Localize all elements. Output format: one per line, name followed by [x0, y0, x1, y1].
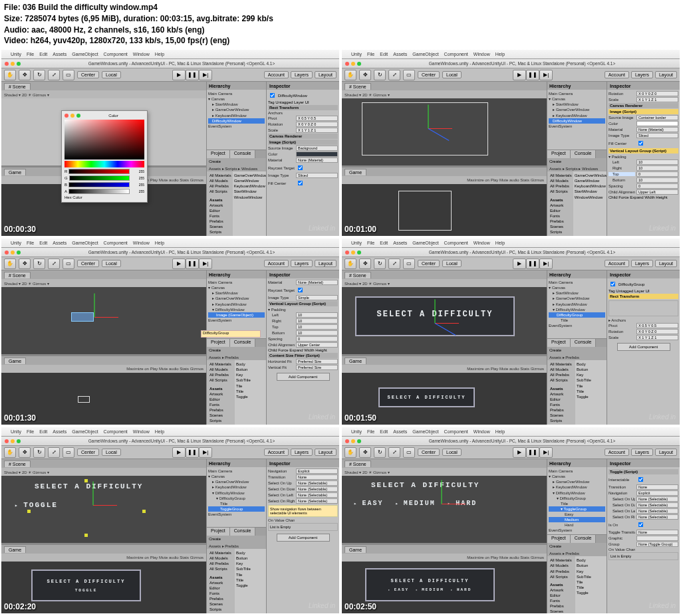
- minimize-icon[interactable]: [11, 62, 15, 66]
- add-component-button[interactable]: Add Component: [277, 373, 330, 381]
- scene-subbar[interactable]: Shaded ▾ 2D ☀ Gizmos ▾: [1, 90, 206, 98]
- console-tab[interactable]: Console: [230, 150, 256, 158]
- thumb-5: UnityFileEditAssetsGameObjectComponentWi…: [1, 427, 339, 613]
- color-picker-window[interactable]: Color R255 G255 B255 A255 Hex Color: [61, 110, 148, 203]
- window-titlebar: GameWindows.unity - AdvancedUnityUI - PC…: [1, 59, 339, 68]
- close-icon[interactable]: [5, 62, 9, 66]
- inspector-tab[interactable]: Inspector: [267, 82, 339, 90]
- play-button[interactable]: ▶: [172, 70, 186, 80]
- unity-toolbar[interactable]: ✋ ✥ ↻ ⤢ ▭ Center Local ▶ ❚❚ ▶| Account L…: [1, 68, 339, 82]
- thumb-6: UnityFileEditAssetsGameObjectComponentWi…: [342, 427, 680, 613]
- file-line: File: 036 Build the difficulty window.mp…: [4, 2, 677, 13]
- macos-menubar[interactable]: UnityFileEditAssetsGameObjectComponentWi…: [1, 50, 339, 59]
- video-line: Video: h264, yuv420p, 1280x720, 133 kb/s…: [4, 35, 677, 47]
- pause-button[interactable]: ❚❚: [186, 70, 199, 80]
- easy-option[interactable]: EASY: [354, 500, 383, 507]
- maximize-icon[interactable]: [17, 62, 21, 66]
- game-tab[interactable]: Game: [4, 169, 26, 175]
- window-title: GameWindows.unity - AdvancedUnityUI - PC…: [24, 61, 339, 66]
- scale-tool-icon[interactable]: ⤢: [48, 70, 60, 80]
- prefabs-tag: DifficultyGroup: [201, 330, 261, 338]
- step-button[interactable]: ▶|: [199, 70, 212, 80]
- file-info-header: File: 036 Build the difficulty window.mp…: [0, 0, 681, 49]
- audio-line: Audio: aac, 48000 Hz, 2 channels, s16, 1…: [4, 25, 677, 36]
- hierarchy-tree[interactable]: Main Camera ▾ Canvas ▸ StartWindow ▸ Gam…: [207, 90, 266, 150]
- hand-tool-icon[interactable]: ✋: [4, 70, 16, 80]
- account-dropdown[interactable]: Account: [264, 71, 289, 78]
- project-tab[interactable]: Project: [207, 150, 230, 158]
- medium-option[interactable]: MEDIUM: [395, 500, 435, 507]
- hierarchy-selected: DifficultyWindow: [208, 118, 265, 124]
- rect-tool-icon[interactable]: ▭: [63, 70, 74, 80]
- watermark: Linked in: [309, 225, 335, 232]
- tooltip: Show navigation flows between selectable…: [268, 505, 338, 517]
- layout-dropdown[interactable]: Layout: [315, 71, 337, 78]
- hierarchy-tab[interactable]: Hierarchy: [207, 82, 266, 90]
- local-toggle[interactable]: Local: [102, 71, 121, 78]
- thumb-1: UnityFileEditAssetsGameObjectComponentWi…: [1, 50, 339, 236]
- size-line: Size: 7285074 bytes (6,95 MiB), duration…: [4, 13, 677, 25]
- thumb-2: UnityFileEditAssetsGameObjectComponentWi…: [342, 50, 680, 236]
- project-folders[interactable]: All MaterialsAll ModelsAll PrefabsAll Sc…: [207, 171, 233, 236]
- inspector-body[interactable]: DifficultyWindow Tag Untagged Layer UI R…: [267, 90, 339, 236]
- layers-dropdown[interactable]: Layers: [291, 71, 313, 78]
- hue-slider[interactable]: [65, 161, 144, 167]
- project-files[interactable]: GameOverWindowGameWindowKeyboardWindowSt…: [233, 171, 269, 236]
- rotate-tool-icon[interactable]: ↻: [33, 70, 45, 80]
- scene-tab[interactable]: # Scene: [4, 83, 31, 90]
- thumb-3: UnityFileEditAssetsGameObjectComponentWi…: [1, 239, 339, 425]
- color-gradient[interactable]: [65, 120, 144, 159]
- move-tool-icon[interactable]: ✥: [19, 70, 31, 80]
- timestamp: 00:00:30: [4, 225, 36, 234]
- scene-view[interactable]: [342, 98, 547, 165]
- center-toggle[interactable]: Center: [77, 71, 99, 78]
- thumb-4: UnityFileEditAssetsGameObjectComponentWi…: [342, 239, 680, 425]
- scene-view[interactable]: Color R255 G255 B255 A255 Hex Color: [1, 98, 206, 165]
